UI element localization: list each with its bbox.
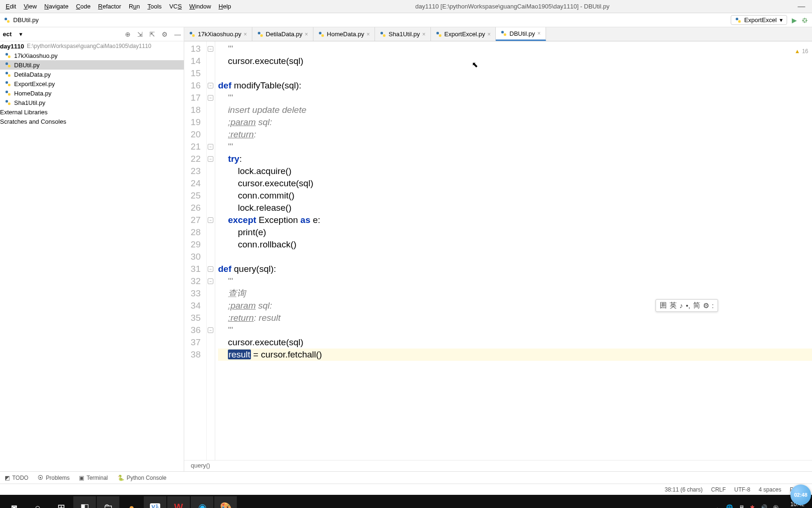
svg-rect-0 — [5, 17, 7, 20]
menu-run[interactable]: Run — [126, 1, 143, 11]
project-tree[interactable]: day1110 E:\pythonWorkspase\guangCaiMao19… — [0, 41, 184, 471]
tree-file[interactable]: HomeData.py — [0, 88, 184, 98]
python-file-icon — [5, 62, 11, 68]
ime-item[interactable]: : — [712, 302, 714, 310]
taskbar-taskview[interactable]: ⊞ — [50, 496, 72, 508]
expand-icon[interactable]: ⇲ — [137, 31, 143, 38]
fold-toggle-icon[interactable]: − — [208, 83, 213, 88]
tray-monitor-icon[interactable]: 🖥 — [739, 504, 744, 508]
fold-toggle-icon[interactable]: − — [208, 327, 213, 333]
code-content[interactable]: ''' cursor.execute(sql) def modifyTable(… — [215, 41, 812, 460]
taskbar-paint[interactable]: 🎨 — [214, 496, 237, 508]
editor-tab[interactable]: DetilaData.py× — [252, 27, 313, 41]
taskbar-vnc[interactable]: V╚ — [144, 496, 166, 508]
menu-window[interactable]: Window — [187, 1, 214, 11]
tray-network-icon[interactable]: 🌐 — [726, 504, 733, 508]
tab-close-icon[interactable]: × — [538, 30, 541, 37]
tray-ime-icon[interactable]: ㊥ — [773, 504, 779, 508]
status-encoding[interactable]: UTF-8 — [734, 486, 750, 493]
tool-window-label: Terminal — [86, 475, 108, 481]
tab-close-icon[interactable]: × — [305, 31, 308, 38]
chevron-down-icon[interactable]: ▾ — [19, 31, 23, 38]
run-config-selector[interactable]: ExportExcel ▾ — [731, 15, 787, 25]
menu-edit[interactable]: Edit — [3, 1, 19, 11]
svg-rect-4 — [6, 53, 8, 56]
tree-external-libs[interactable]: External Libraries — [0, 107, 184, 117]
ime-item[interactable]: 囲 — [660, 301, 667, 310]
debug-button[interactable]: ⯐ — [802, 16, 808, 24]
fold-gutter[interactable]: −−−−−−−−− — [207, 41, 215, 460]
inspection-badge[interactable]: ▲ 16 — [795, 45, 808, 57]
menu-vcs[interactable]: VCS — [166, 1, 185, 11]
tree-root[interactable]: day1110 E:\pythonWorkspase\guangCaiMao19… — [0, 41, 184, 51]
fold-toggle-icon[interactable]: − — [208, 144, 213, 150]
python-icon — [735, 17, 742, 24]
fold-toggle-icon[interactable]: − — [208, 278, 213, 284]
menu-view[interactable]: View — [21, 1, 39, 11]
fold-toggle-icon[interactable]: − — [208, 217, 213, 223]
editor-tab[interactable]: Sha1Util.py× — [375, 27, 431, 41]
menu-navigate[interactable]: Navigate — [41, 1, 71, 11]
tab-close-icon[interactable]: × — [422, 31, 426, 38]
locate-icon[interactable]: ⊕ — [125, 31, 131, 38]
ime-item[interactable]: •, — [686, 302, 690, 310]
collapse-icon[interactable]: ⇱ — [149, 31, 155, 38]
ime-toolbar[interactable]: 囲英♪•,简⚙: — [656, 299, 718, 312]
taskbar-explorer[interactable]: 🗀 — [97, 496, 119, 508]
menu-code[interactable]: Code — [73, 1, 94, 11]
editor-tab[interactable]: HomeData.py× — [313, 27, 375, 41]
fold-toggle-icon[interactable]: − — [208, 95, 213, 101]
taskbar-app-orange[interactable]: ● — [120, 496, 143, 508]
svg-rect-22 — [381, 32, 383, 34]
status-indent[interactable]: 4 spaces — [759, 486, 781, 493]
tree-file[interactable]: DetilaData.py — [0, 70, 184, 79]
taskbar-start[interactable]: ◙ — [3, 496, 25, 508]
taskbar-search[interactable]: ○ — [26, 496, 49, 508]
tray-app-icon[interactable]: ✱ — [750, 504, 755, 508]
fold-toggle-icon[interactable]: − — [208, 266, 213, 272]
gear-icon[interactable]: ⚙ — [162, 31, 168, 38]
ime-item[interactable]: 英 — [670, 301, 677, 310]
tool-window-tab[interactable]: 🐍Python Console — [117, 475, 167, 481]
status-line-sep[interactable]: CRLF — [711, 486, 726, 493]
taskbar-browser[interactable]: ◉ — [191, 496, 213, 508]
ime-item[interactable]: ⚙ — [703, 302, 709, 310]
editor-breadcrumb[interactable]: query() — [184, 460, 812, 471]
tree-file[interactable]: DBUtil.py — [0, 60, 184, 70]
ime-item[interactable]: ♪ — [679, 302, 683, 310]
tab-close-icon[interactable]: × — [244, 31, 247, 38]
ime-item[interactable]: 简 — [693, 301, 700, 310]
svg-rect-19 — [260, 34, 263, 37]
tree-file-label: ExportExcel.py — [14, 80, 55, 87]
menu-refactor[interactable]: Refactor — [95, 1, 124, 11]
tray-volume-icon[interactable]: 🔊 — [760, 504, 767, 508]
tab-close-icon[interactable]: × — [487, 31, 491, 38]
editor-tab[interactable]: DBUtil.py× — [496, 27, 546, 41]
editor-tab[interactable]: 17kXiaoshuo.py× — [184, 27, 252, 41]
hide-icon[interactable]: — — [174, 31, 181, 38]
minimize-button[interactable]: — — [791, 2, 812, 11]
tab-close-icon[interactable]: × — [367, 31, 370, 38]
fold-toggle-icon[interactable]: − — [208, 46, 213, 52]
nav-file-label: DBUtil.py — [13, 16, 39, 24]
editor-tab[interactable]: ExportExcel.py× — [431, 27, 496, 41]
menu-tools[interactable]: Tools — [145, 1, 164, 11]
tool-window-tab[interactable]: ⦿Problems — [38, 475, 70, 481]
tree-file[interactable]: 17kXiaoshuo.py — [0, 51, 184, 60]
menu-help[interactable]: Help — [216, 1, 234, 11]
tree-file[interactable]: ExportExcel.py — [0, 79, 184, 88]
run-button[interactable]: ▶ — [792, 16, 797, 24]
taskbar-pycharm[interactable]: ◧ — [73, 496, 96, 508]
tree-file[interactable]: Sha1Util.py — [0, 98, 184, 107]
svg-rect-21 — [321, 34, 324, 37]
tray-chevron-icon[interactable]: ︿ — [715, 504, 720, 508]
status-caret[interactable]: 38:11 (6 chars) — [665, 486, 703, 493]
tree-scratches[interactable]: Scratches and Consoles — [0, 117, 184, 126]
assistant-bubble[interactable]: 02:48 — [790, 484, 811, 505]
editor-body[interactable]: 1314151617181920212223242526272829303132… — [184, 41, 812, 460]
tool-window-tab[interactable]: ▣Terminal — [79, 475, 108, 481]
taskbar-wps[interactable]: W — [167, 496, 190, 508]
svg-rect-13 — [8, 93, 10, 95]
fold-toggle-icon[interactable]: − — [208, 156, 213, 162]
tool-window-tab[interactable]: ◩TODO — [5, 475, 28, 481]
